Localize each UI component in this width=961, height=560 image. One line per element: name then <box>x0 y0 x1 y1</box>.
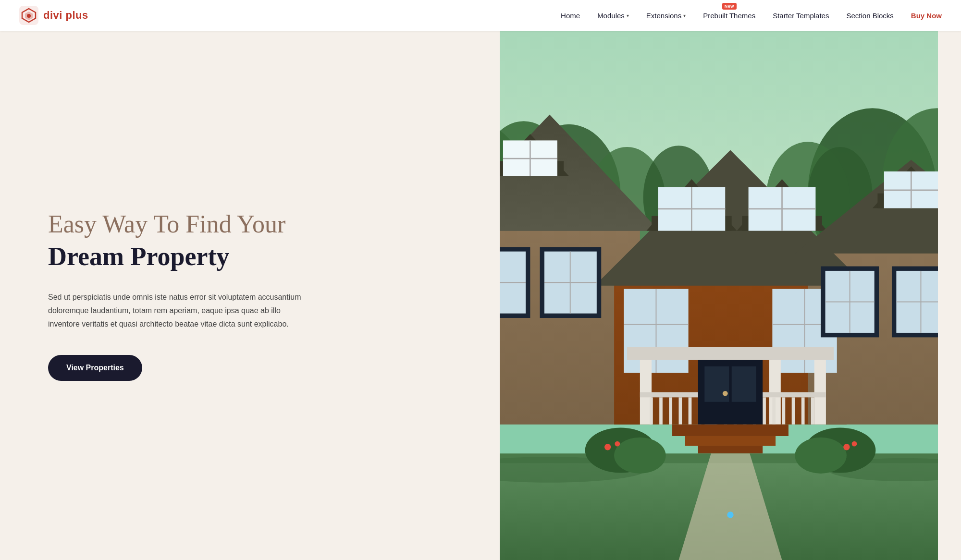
nav-item-extensions[interactable]: Extensions ▾ <box>646 12 686 20</box>
nav-item-starter-templates[interactable]: Starter Templates <box>773 12 829 20</box>
nav-link-extensions[interactable]: Extensions ▾ <box>646 12 686 20</box>
nav-link-section-blocks[interactable]: Section Blocks <box>846 12 893 20</box>
view-properties-button[interactable]: View Properties <box>48 355 142 381</box>
svg-rect-77 <box>659 397 663 424</box>
svg-point-113 <box>727 511 733 518</box>
decorative-strip <box>938 31 961 560</box>
hero-section: Easy Way To Find Your Dream Property Sed… <box>0 31 961 560</box>
svg-point-96 <box>723 391 728 396</box>
nav-link-modules[interactable]: Modules ▾ <box>597 12 629 20</box>
logo-icon <box>19 6 38 25</box>
svg-rect-89 <box>782 397 786 424</box>
svg-rect-87 <box>763 397 766 424</box>
navbar: divi plus Home Modules ▾ Extensions ▾ Ne… <box>0 0 961 31</box>
hero-title: Dream Property <box>48 242 461 271</box>
nav-item-prebuilt-themes[interactable]: New Prebuilt Themes <box>703 12 755 20</box>
hero-description: Sed ut perspiciatis unde omnis iste natu… <box>48 291 308 331</box>
nav-item-modules[interactable]: Modules ▾ <box>597 12 629 20</box>
nav-item-section-blocks[interactable]: Section Blocks <box>846 12 893 20</box>
chevron-down-icon: ▾ <box>627 13 629 18</box>
svg-rect-80 <box>689 397 692 424</box>
svg-rect-88 <box>772 397 776 424</box>
nav-link-home[interactable]: Home <box>561 12 580 20</box>
svg-point-107 <box>614 438 666 474</box>
logo[interactable]: divi plus <box>19 6 88 25</box>
svg-point-112 <box>852 441 857 447</box>
svg-rect-97 <box>672 425 789 436</box>
nav-link-prebuilt-themes[interactable]: Prebuilt Themes <box>703 12 755 20</box>
svg-rect-99 <box>698 446 763 453</box>
svg-rect-70 <box>627 347 834 360</box>
new-badge: New <box>722 3 737 10</box>
chevron-down-icon: ▾ <box>683 13 686 18</box>
nav-link-buy-now[interactable]: Buy Now <box>911 12 942 20</box>
svg-point-109 <box>604 444 611 450</box>
nav-item-home[interactable]: Home <box>561 12 580 20</box>
nav-link-starter-templates[interactable]: Starter Templates <box>773 12 829 20</box>
nav-item-buy-now[interactable]: Buy Now <box>911 12 942 20</box>
hero-image-area <box>500 31 961 560</box>
svg-rect-98 <box>685 436 776 446</box>
svg-point-108 <box>795 438 847 474</box>
logo-text: divi plus <box>43 9 88 22</box>
svg-rect-76 <box>650 397 653 424</box>
svg-rect-92 <box>811 397 814 424</box>
svg-point-110 <box>615 441 620 447</box>
svg-rect-90 <box>792 397 795 424</box>
svg-rect-79 <box>678 397 682 424</box>
hero-content: Easy Way To Find Your Dream Property Sed… <box>0 31 500 560</box>
nav-menu: Home Modules ▾ Extensions ▾ New Prebuilt… <box>561 12 942 20</box>
hero-subtitle: Easy Way To Find Your <box>48 210 461 239</box>
svg-rect-91 <box>801 397 805 424</box>
svg-rect-95 <box>732 366 756 402</box>
house-illustration <box>500 31 961 560</box>
svg-point-1 <box>27 14 31 18</box>
svg-rect-78 <box>669 397 672 424</box>
svg-point-111 <box>843 444 850 450</box>
svg-rect-94 <box>704 366 729 402</box>
